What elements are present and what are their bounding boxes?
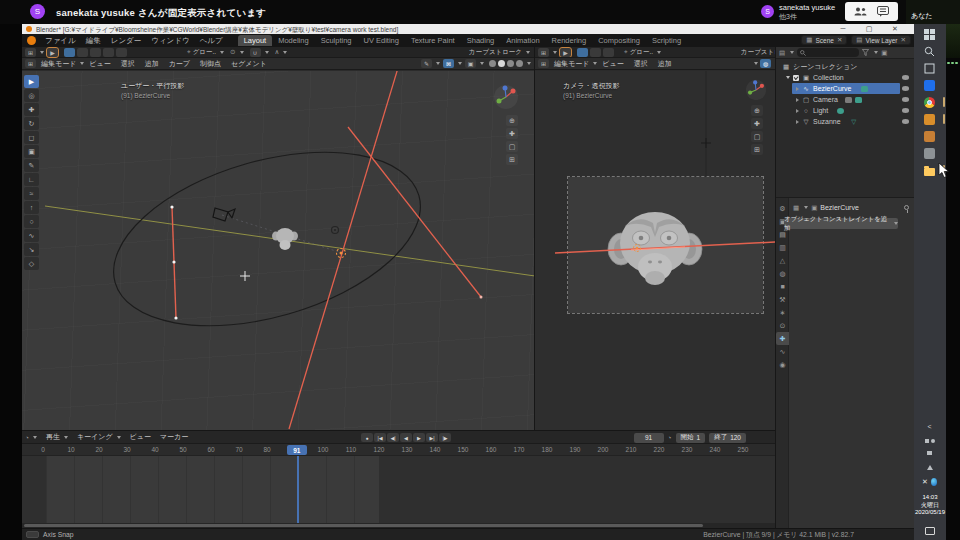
- editor-type-icon[interactable]: ⊞: [25, 48, 36, 57]
- tab-tool[interactable]: ⚙: [776, 202, 789, 215]
- expand-icon[interactable]: [786, 76, 790, 79]
- menu-window[interactable]: ウィンドウ: [146, 36, 194, 46]
- perspective-toggle-icon[interactable]: ⊞: [751, 144, 763, 155]
- outliner-row-camera[interactable]: ▢ Camera: [776, 94, 914, 105]
- outliner-row-collection[interactable]: ▣ Collection: [776, 72, 914, 83]
- workspace-tab-texturepaint[interactable]: Texture Paint: [405, 35, 461, 46]
- new-collection-icon[interactable]: ▣: [881, 49, 887, 57]
- hide-eye-icon[interactable]: [902, 108, 909, 113]
- view-menu[interactable]: ビュー: [130, 432, 151, 442]
- filter-icon[interactable]: [862, 49, 869, 56]
- editor-type-dropdown[interactable]: ◔: [25, 434, 37, 441]
- overlays-toggle-icon[interactable]: ⊠: [443, 59, 454, 68]
- editor-type-icon[interactable]: ▤: [779, 49, 785, 57]
- select-mode-3-icon[interactable]: [603, 48, 614, 57]
- tool-measure-icon[interactable]: ∟: [24, 173, 39, 186]
- current-frame-field[interactable]: 91: [634, 433, 664, 443]
- shading-solid-icon[interactable]: [498, 60, 505, 67]
- tool-transform-icon[interactable]: ▣: [24, 145, 39, 158]
- navigation-gizmo[interactable]: [493, 84, 519, 110]
- menu-file[interactable]: ファイル: [40, 36, 81, 46]
- mode-dropdown[interactable]: 編集モード: [554, 59, 597, 69]
- menu-segments[interactable]: セグメント: [226, 59, 272, 69]
- menu-add[interactable]: 追加: [140, 59, 164, 69]
- pan-icon[interactable]: ✚: [751, 118, 763, 129]
- snap-magnet-icon[interactable]: ∪: [250, 48, 261, 57]
- jump-end-icon[interactable]: |▶: [439, 433, 451, 442]
- workspace-tab-layout[interactable]: Layout: [238, 35, 273, 46]
- play-icon[interactable]: ▶: [413, 433, 425, 442]
- viewport-canvas-left[interactable]: ▶ ◎ ✚ ↻ ◻ ▣ ✎ ∟ ≈ ↑ ○ ∿ ↘: [22, 71, 534, 430]
- tool-randomize-icon[interactable]: ◇: [24, 257, 39, 270]
- workspace-tab-modeling[interactable]: Modeling: [272, 35, 314, 46]
- shading-solid-icon[interactable]: ◍: [760, 59, 771, 68]
- play-reverse-icon[interactable]: ◀: [400, 433, 412, 442]
- playback-menu[interactable]: 再生: [46, 432, 68, 442]
- hide-eye-icon[interactable]: [902, 97, 909, 102]
- outliner-row-scene-collection[interactable]: ▦ シーンコレクション: [776, 61, 914, 72]
- viewport-canvas-camera[interactable]: カメラ・透視投影 (91) BezierCurve ⊕ ✚ ▢ ⊞: [535, 71, 775, 430]
- timeline-body[interactable]: [22, 456, 775, 523]
- prev-keyframe-icon[interactable]: ◀|: [387, 433, 399, 442]
- tool-rotate-icon[interactable]: ↻: [24, 117, 39, 130]
- start-button[interactable]: [922, 28, 937, 41]
- menu-select[interactable]: 選択: [116, 59, 140, 69]
- tool-cursor-icon[interactable]: ◎: [24, 89, 39, 102]
- tab-modifiers[interactable]: ⚒: [776, 293, 789, 306]
- outliner-row-suzanne[interactable]: ▽ Suzanne ▽: [776, 116, 914, 127]
- tray-network-icon[interactable]: [922, 461, 937, 474]
- menu-control-points[interactable]: 制御点: [195, 59, 226, 69]
- shading-material-icon[interactable]: [507, 60, 514, 67]
- timeline-scrollbar-thumb[interactable]: [24, 524, 703, 527]
- taskbar-clock[interactable]: 14:03 火曜日 2020/05/19: [914, 494, 946, 517]
- select-mode-4-icon[interactable]: [103, 48, 114, 57]
- menu-add[interactable]: 追加: [653, 59, 677, 69]
- hide-eye-icon[interactable]: [902, 119, 909, 124]
- workspace-tab-animation[interactable]: Animation: [500, 35, 545, 46]
- outliner-row-light[interactable]: ○ Light: [776, 105, 914, 116]
- perspective-toggle-icon[interactable]: ⊞: [506, 154, 518, 165]
- proportional-edit-dropdown[interactable]: ∧: [275, 48, 288, 56]
- hide-eye-icon[interactable]: [902, 75, 909, 80]
- hide-eye-icon[interactable]: [902, 86, 909, 91]
- curve-data-icon[interactable]: [861, 86, 868, 92]
- file-explorer-icon[interactable]: [922, 164, 937, 177]
- tab-object[interactable]: ■: [776, 280, 789, 293]
- editor-type-icon[interactable]: ⊞: [25, 59, 36, 68]
- blender-app-icon[interactable]: [27, 36, 36, 45]
- tool-shear-icon[interactable]: ↘: [24, 243, 39, 256]
- active-tool-icon[interactable]: ▶: [560, 48, 571, 57]
- expand-icon[interactable]: [796, 120, 799, 124]
- camera-view-icon[interactable]: ▢: [506, 141, 518, 152]
- constraint-badge-icon[interactable]: [845, 97, 852, 103]
- tab-scene[interactable]: △: [776, 254, 789, 267]
- workspace-tab-sculpting[interactable]: Sculpting: [315, 35, 358, 46]
- view-layer-selector[interactable]: ▤View Layer✕: [851, 35, 911, 45]
- keying-menu[interactable]: キーイング: [77, 432, 121, 442]
- outliner-row-beziercurve[interactable]: ∿ BezierCurve: [776, 83, 914, 94]
- menu-view[interactable]: ビュー: [597, 59, 628, 69]
- tab-object-data[interactable]: ∿: [776, 345, 789, 358]
- workspace-tab-compositing[interactable]: Compositing: [592, 35, 646, 46]
- workspace-tab-rendering[interactable]: Rendering: [546, 35, 593, 46]
- pin-icon[interactable]: [904, 205, 909, 210]
- mode-dropdown[interactable]: 編集モード: [41, 59, 84, 69]
- workspace-tab-scripting[interactable]: Scripting: [646, 35, 687, 46]
- playhead[interactable]: [297, 456, 299, 523]
- mesh-data-icon[interactable]: ▽: [850, 118, 858, 126]
- unlink-icon[interactable]: ✕: [901, 36, 906, 44]
- end-frame-field[interactable]: 終了120: [709, 433, 746, 443]
- video-menu-dots[interactable]: [947, 50, 959, 68]
- tray-mail-icon[interactable]: [922, 446, 937, 459]
- zoom-icon[interactable]: ⊕: [506, 115, 518, 126]
- scene-selector[interactable]: ▦Scene✕: [801, 35, 847, 45]
- select-mode-2-icon[interactable]: [77, 48, 88, 57]
- menu-edit[interactable]: 編集: [81, 36, 106, 46]
- tool-annotate-icon[interactable]: ✎: [24, 159, 39, 172]
- expand-icon[interactable]: [796, 87, 799, 91]
- search-icon[interactable]: [922, 45, 937, 58]
- xray-toggle-icon[interactable]: ▣: [465, 59, 476, 68]
- editor-type-icon[interactable]: ▦: [793, 204, 799, 212]
- curve-stroke-dropdown[interactable]: カーブストローク: [469, 48, 530, 57]
- camera-data-icon[interactable]: [855, 97, 862, 103]
